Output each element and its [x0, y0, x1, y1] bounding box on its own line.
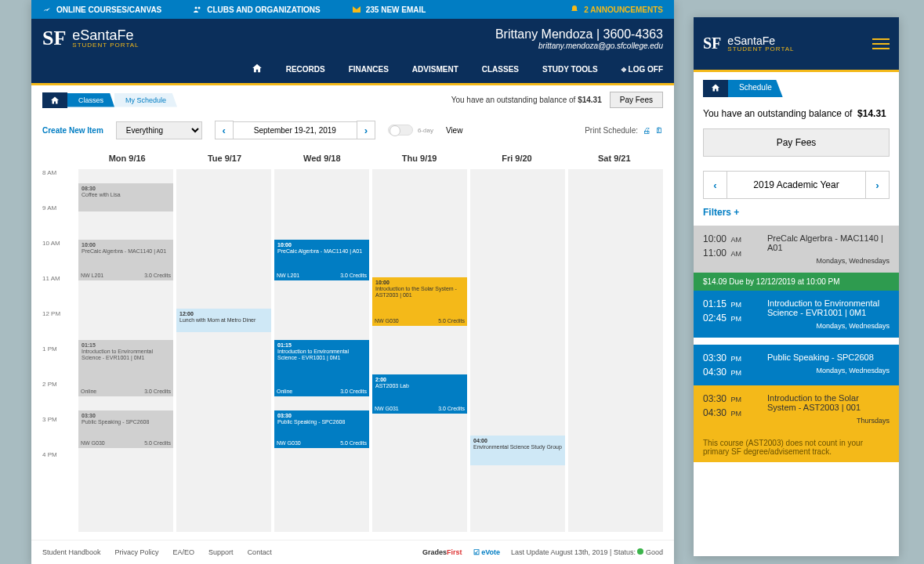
- mobile-payfees[interactable]: Pay Fees: [703, 128, 890, 157]
- calendar-icon[interactable]: 🗓: [655, 126, 663, 135]
- mobile-filters[interactable]: Filters +: [694, 207, 899, 218]
- nav-finances[interactable]: FINANCES: [349, 65, 389, 74]
- hour-label: 2 PM: [42, 381, 78, 416]
- hour-label: 12 PM: [42, 310, 78, 345]
- cal-event[interactable]: 10:00PreCalc Algerbra - MAC1140 | A01NW …: [274, 240, 369, 280]
- hour-label: 8 AM: [42, 169, 78, 204]
- mobile-row[interactable]: 03:30 PM04:30 PMPublic Speaking - SPC260…: [694, 345, 899, 385]
- canvas-link[interactable]: ONLINE COURSES/CANVAS: [42, 5, 161, 14]
- day-col-sat: [568, 169, 663, 532]
- home-icon[interactable]: [252, 63, 263, 75]
- date-range: September 19-21, 2019: [234, 121, 357, 139]
- view-label: View: [446, 126, 463, 135]
- footer-contact[interactable]: Contact: [248, 548, 272, 556]
- footer-support[interactable]: Support: [208, 548, 234, 556]
- cal-event[interactable]: 12:00Lunch with Mom at Metro Diner: [176, 309, 271, 332]
- hamburger-icon[interactable]: [872, 38, 890, 49]
- balance-text: You have an outstanding balance of $14.3…: [451, 96, 602, 104]
- cal-event[interactable]: 03:30Public Speaking - SPC2608NW G0305.0…: [274, 410, 369, 448]
- cal-event[interactable]: 10:00Introduction to the Solar System - …: [372, 277, 467, 326]
- filter-dropdown[interactable]: Everything: [116, 121, 202, 139]
- day-col-tue: 12:00Lunch with Mom at Metro Diner: [176, 169, 271, 532]
- day-col-thu: 10:00Introduction to the Solar System - …: [372, 169, 467, 532]
- user-area: Brittany Mendoza | 3600-4363 brittany.me…: [495, 27, 663, 50]
- day-header: Thu 9/19: [371, 154, 468, 163]
- mobile-daterange: 2019 Academic Year: [727, 179, 865, 190]
- clubs-link[interactable]: CLUBS AND ORGANIZATIONS: [193, 5, 320, 14]
- mobile-balance: You have an outstanding balance of $14.3…: [694, 105, 899, 122]
- footer-ea[interactable]: EA/EO: [173, 548, 195, 556]
- mobile-row[interactable]: $14.09 Due by 12/12/2019 at 10:00 PM: [694, 273, 899, 291]
- footer-privacy[interactable]: Privacy Policy: [115, 548, 159, 556]
- hour-label: 10 AM: [42, 240, 78, 275]
- mobile-brand[interactable]: SF eSantaFeSTUDENT PORTAL: [703, 27, 794, 60]
- mobile-date-prev[interactable]: ‹: [704, 172, 727, 198]
- crumb-mysched: My Schedule: [114, 93, 177, 107]
- email-link[interactable]: 235 NEW EMAIL: [352, 5, 426, 14]
- mobile-note: This course (AST2003) does not count in …: [694, 432, 899, 462]
- cal-event[interactable]: 10:00PreCalc Algerbra - MAC1140 | A01NW …: [78, 240, 173, 280]
- mobile-row[interactable]: 10:00 AM11:00 AMPreCalc Algerbra - MAC11…: [694, 226, 899, 273]
- day-header: Fri 9/20: [468, 154, 565, 163]
- mobile-row[interactable]: 01:15 PM02:45 PMIntroduction to Environm…: [694, 291, 899, 338]
- mobile-crumb-home[interactable]: [703, 80, 728, 97]
- day-header: Wed 9/18: [274, 154, 371, 163]
- day-col-mon: 08:30Coffee with Lisa10:00PreCalc Algerb…: [78, 169, 173, 532]
- gradesfirst[interactable]: GradesFirst: [422, 548, 462, 556]
- hour-label: 9 AM: [42, 204, 78, 240]
- mobile-crumb-schedule: Schedule: [728, 80, 783, 97]
- nav-classes[interactable]: CLASSES: [482, 65, 519, 74]
- cal-event[interactable]: 01:15Introduction to Environmental Scien…: [274, 340, 369, 396]
- date-next[interactable]: ›: [357, 121, 375, 139]
- crumb-home[interactable]: [42, 92, 67, 108]
- day-col-wed: 10:00PreCalc Algerbra - MAC1140 | A01NW …: [274, 169, 369, 532]
- sixday-toggle[interactable]: 6-day: [388, 125, 433, 136]
- svg-point-1: [198, 7, 201, 9]
- day-header: Mon 9/16: [78, 154, 176, 163]
- brand[interactable]: SF eSantaFeSTUDENT PORTAL: [42, 19, 139, 58]
- cal-event[interactable]: 2:00AST2003 LabNW G0313.0 Credits: [372, 374, 467, 414]
- nav-logoff[interactable]: ⎆ LOG OFF: [621, 65, 663, 74]
- create-new[interactable]: Create New Item: [42, 126, 103, 135]
- print-label: Print Schedule:: [585, 126, 638, 135]
- status-text: Last Update August 13th, 2019 | Status: …: [511, 548, 663, 556]
- announce-link[interactable]: 2 ANNOUNCEMENTS: [570, 5, 663, 14]
- day-header: Tue 9/17: [176, 154, 273, 163]
- day-header: Sat 9/21: [566, 154, 663, 163]
- footer-handbook[interactable]: Student Handbook: [42, 548, 101, 556]
- nav-advisment[interactable]: ADVISMENT: [412, 65, 458, 74]
- svg-point-0: [195, 7, 197, 9]
- hour-label: 1 PM: [42, 345, 78, 381]
- date-prev[interactable]: ‹: [215, 121, 234, 139]
- hour-label: 3 PM: [42, 416, 78, 451]
- hour-label: 11 AM: [42, 275, 78, 310]
- mobile-date-next[interactable]: ›: [865, 172, 889, 198]
- nav-records[interactable]: RECORDS: [286, 65, 325, 74]
- hour-label: 4 PM: [42, 451, 78, 486]
- cal-event[interactable]: 03:30Public Speaking - SPC2608NW G0305.0…: [78, 410, 173, 448]
- day-col-fri: 04:00Environmental Science Study Group: [470, 169, 565, 532]
- cal-event[interactable]: 01:15Introduction to Environmental Scien…: [78, 340, 173, 396]
- mobile-row[interactable]: 03:30 PM04:30 PMIntroduction to the Sola…: [694, 385, 899, 432]
- pay-fees-button[interactable]: Pay Fees: [610, 92, 663, 108]
- cal-event[interactable]: 04:00Environmental Science Study Group: [470, 436, 565, 465]
- print-icon[interactable]: 🖨: [643, 126, 650, 135]
- cal-event[interactable]: 08:30Coffee with Lisa: [78, 183, 173, 212]
- evote[interactable]: ☑ eVote: [473, 548, 500, 556]
- nav-study[interactable]: STUDY TOOLS: [542, 65, 598, 74]
- crumb-classes[interactable]: Classes: [67, 93, 114, 107]
